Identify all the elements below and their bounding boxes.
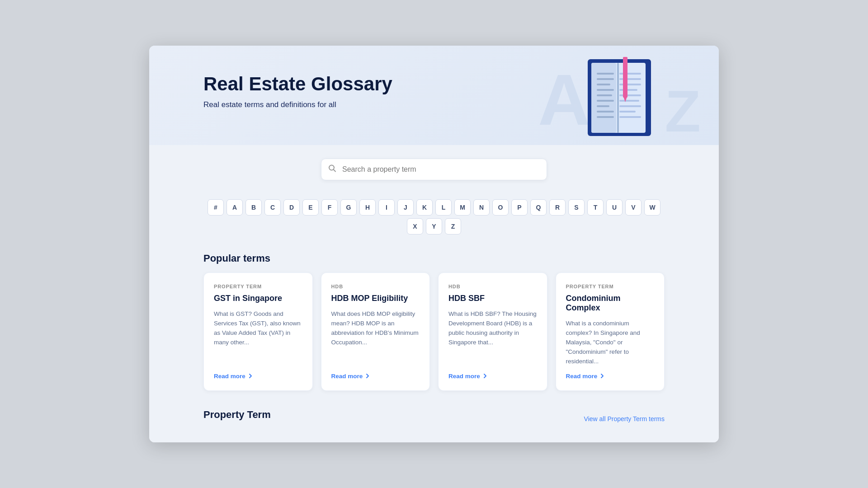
hero-section: Real Estate Glossary Real estate terms a… — [149, 46, 719, 145]
svg-line-25 — [334, 169, 336, 172]
card-excerpt-1: What does HDB MOP eligibility mean? HDB … — [331, 310, 420, 366]
card-category-2: HDB — [448, 284, 537, 289]
alpha-btn-k[interactable]: K — [416, 199, 433, 216]
card-read-more-0[interactable]: Read more — [214, 373, 302, 380]
card-read-more-2[interactable]: Read more — [448, 373, 537, 380]
alpha-btn-m[interactable]: M — [454, 199, 471, 216]
search-icon — [328, 164, 336, 175]
alpha-btn-#[interactable]: # — [208, 199, 224, 216]
alpha-btn-q[interactable]: Q — [530, 199, 547, 216]
alpha-btn-g[interactable]: G — [340, 199, 357, 216]
alpha-btn-b[interactable]: B — [245, 199, 262, 216]
alpha-btn-z[interactable]: Z — [445, 218, 461, 235]
alpha-btn-n[interactable]: N — [473, 199, 490, 216]
card-excerpt-3: What is a condominium complex? In Singap… — [566, 319, 655, 366]
popular-terms-grid: PROPERTY TERM GST in Singapore What is G… — [203, 272, 665, 391]
alpha-btn-u[interactable]: U — [606, 199, 623, 216]
hero-subtitle: Real estate terms and definitions for al… — [203, 100, 665, 109]
card-category-3: PROPERTY TERM — [566, 284, 655, 289]
alpha-btn-a[interactable]: A — [226, 199, 243, 216]
search-input[interactable] — [321, 159, 547, 180]
svg-rect-20 — [597, 116, 614, 118]
alpha-btn-c[interactable]: C — [264, 199, 281, 216]
alpha-btn-i[interactable]: I — [378, 199, 395, 216]
property-term-header: Property Term View all Property Term ter… — [203, 409, 665, 429]
card-title-1: HDB MOP Eligibility — [331, 294, 420, 303]
alpha-btn-h[interactable]: H — [359, 199, 376, 216]
alpha-btn-l[interactable]: L — [435, 199, 452, 216]
svg-rect-11 — [619, 116, 641, 118]
alpha-btn-y[interactable]: Y — [426, 218, 442, 235]
search-section — [149, 145, 719, 199]
alpha-btn-d[interactable]: D — [283, 199, 300, 216]
alpha-btn-o[interactable]: O — [492, 199, 509, 216]
property-term-title: Property Term — [203, 409, 271, 421]
card-title-2: HDB SBF — [448, 294, 537, 303]
term-card-2[interactable]: HDB HDB SBF What is HDB SBF? The Housing… — [438, 272, 547, 391]
hero-text: Real Estate Glossary Real estate terms a… — [203, 73, 665, 109]
svg-rect-19 — [597, 111, 614, 113]
term-card-0[interactable]: PROPERTY TERM GST in Singapore What is G… — [203, 272, 313, 391]
card-excerpt-2: What is HDB SBF? The Housing Development… — [448, 310, 537, 366]
card-excerpt-0: What is GST? Goods and Services Tax (GST… — [214, 310, 302, 366]
bg-letter-z: Z — [665, 82, 701, 141]
alphabet-nav: #ABCDEFGHIJKLMNOPQRSTUVWXYZ — [149, 199, 719, 235]
svg-rect-10 — [619, 111, 636, 113]
hero-title: Real Estate Glossary — [203, 73, 665, 95]
card-category-1: HDB — [331, 284, 420, 289]
alpha-btn-s[interactable]: S — [568, 199, 585, 216]
alpha-btn-t[interactable]: T — [587, 199, 604, 216]
popular-terms-title: Popular terms — [203, 253, 665, 264]
card-title-0: GST in Singapore — [214, 294, 302, 303]
alpha-btn-p[interactable]: P — [511, 199, 528, 216]
alpha-btn-j[interactable]: J — [397, 199, 414, 216]
card-category-0: PROPERTY TERM — [214, 284, 302, 289]
browser-window: Real Estate Glossary Real estate terms a… — [149, 46, 719, 442]
alpha-btn-x[interactable]: X — [407, 218, 423, 235]
alpha-btn-f[interactable]: F — [321, 199, 338, 216]
view-all-link[interactable]: View all Property Term terms — [584, 415, 665, 422]
alpha-btn-e[interactable]: E — [302, 199, 319, 216]
card-read-more-3[interactable]: Read more — [566, 373, 655, 380]
card-read-more-1[interactable]: Read more — [331, 373, 420, 380]
alpha-btn-w[interactable]: W — [644, 199, 660, 216]
card-title-3: Condominium Complex — [566, 294, 655, 313]
alpha-btn-r[interactable]: R — [549, 199, 566, 216]
content-section: Popular terms PROPERTY TERM GST in Singa… — [149, 239, 719, 442]
term-card-1[interactable]: HDB HDB MOP Eligibility What does HDB MO… — [321, 272, 430, 391]
search-bar-wrapper — [321, 159, 547, 180]
alpha-btn-v[interactable]: V — [625, 199, 642, 216]
term-card-3[interactable]: PROPERTY TERM Condominium Complex What i… — [556, 272, 665, 391]
